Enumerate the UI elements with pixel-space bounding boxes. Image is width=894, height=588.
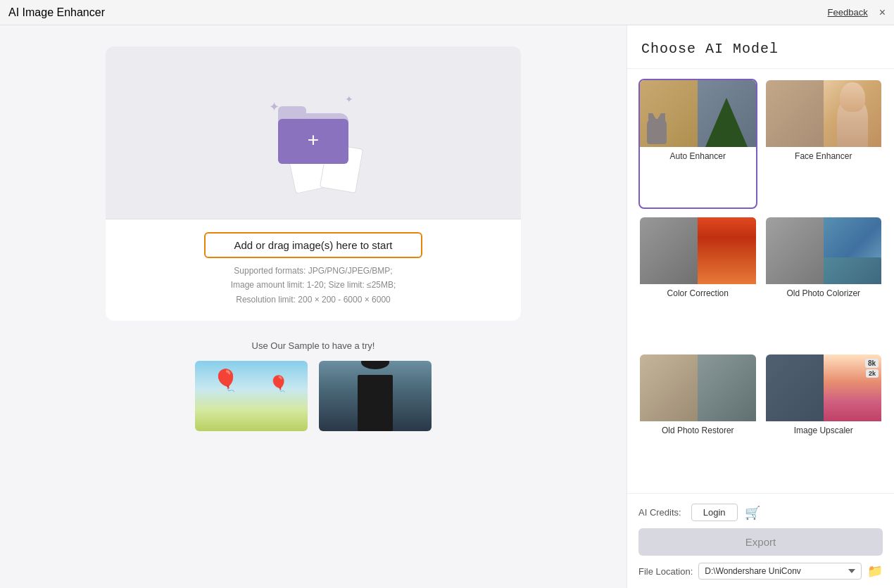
- folder-plus-icon: +: [308, 130, 319, 150]
- upscaler-thumb-split: 8k 2k: [766, 354, 882, 421]
- file-location-row: File Location: D:\Wondershare UniConv 📁: [638, 563, 883, 580]
- right-panel-header: Choose AI Model: [627, 25, 894, 69]
- choose-model-title: Choose AI Model: [641, 41, 880, 57]
- face-enhancer-label: Face Enhancer: [766, 147, 882, 165]
- main-layout: ✦ ✦ ✦ + Add or drag image(s) here to sta…: [0, 25, 894, 588]
- face-thumb-right: [824, 80, 881, 147]
- restorer-thumb-left: [640, 354, 698, 421]
- balloon-thumbnail: [195, 361, 308, 431]
- titlebar: AI Image Enhancer Feedback ×: [0, 0, 894, 25]
- model-card-image-upscaler[interactable]: 8k 2k Image Upscaler: [764, 353, 883, 483]
- dropzone-upper: ✦ ✦ ✦ +: [106, 46, 521, 219]
- person-thumbnail: [319, 361, 432, 431]
- sample-images: [195, 361, 432, 431]
- colorizer-thumb-split: [766, 217, 882, 284]
- drop-info-line1: Supported formats: JPG/PNG/JPEG/BMP;: [231, 264, 396, 278]
- car-silhouette: [824, 257, 881, 284]
- auto-enhancer-label: Auto Enhancer: [640, 147, 756, 165]
- left-panel: ✦ ✦ ✦ + Add or drag image(s) here to sta…: [0, 25, 627, 588]
- drop-label[interactable]: Add or drag image(s) here to start: [204, 232, 422, 258]
- login-button[interactable]: Login: [691, 504, 738, 521]
- color-correction-thumb-split: [640, 217, 756, 284]
- color-thumb-right: [698, 217, 755, 284]
- color-thumb-left: [640, 217, 698, 284]
- cart-icon[interactable]: 🛒: [745, 505, 760, 520]
- color-correction-thumbnail: [640, 217, 756, 284]
- folder-front-icon: +: [278, 119, 348, 164]
- restorer-thumb-split: [640, 354, 756, 421]
- model-card-old-photo-colorizer[interactable]: Old Photo Colorizer: [764, 216, 883, 346]
- credits-row: AI Credits: Login 🛒: [638, 504, 883, 521]
- credits-label: AI Credits:: [638, 507, 681, 518]
- dropzone-lower: Add or drag image(s) here to start Suppo…: [106, 219, 521, 321]
- face-head: [840, 82, 865, 112]
- person-silhouette-icon: [358, 375, 393, 431]
- titlebar-right: Feedback ×: [828, 7, 886, 18]
- dropzone[interactable]: ✦ ✦ ✦ + Add or drag image(s) here to sta…: [106, 46, 521, 321]
- auto-enhancer-thumb-left: [640, 80, 698, 147]
- feedback-link[interactable]: Feedback: [828, 7, 868, 18]
- sample-balloon-image[interactable]: [195, 361, 308, 431]
- face-enhancer-thumb-split: [766, 80, 882, 147]
- old-photo-colorizer-label: Old Photo Colorizer: [766, 284, 882, 302]
- close-button[interactable]: ×: [879, 7, 886, 18]
- image-upscaler-label: Image Upscaler: [766, 421, 882, 440]
- model-card-auto-enhancer[interactable]: Auto Enhancer: [638, 79, 757, 209]
- drop-info-line3: Resolution limit: 200 × 200 - 6000 × 600…: [231, 293, 396, 307]
- restorer-thumb-right: [698, 354, 755, 421]
- face-enhancer-thumbnail: [766, 80, 882, 147]
- upscaler-thumb-left: [766, 354, 824, 421]
- sample-section: Use Our Sample to have a try!: [14, 340, 612, 431]
- color-correction-label: Color Correction: [640, 284, 756, 302]
- sample-person-image[interactable]: [319, 361, 432, 431]
- export-button[interactable]: Export: [638, 528, 883, 556]
- drop-info-line2: Image amount limit: 1-20; Size limit: ≤2…: [231, 278, 396, 292]
- folder-icon: ✦ ✦ ✦ +: [267, 94, 359, 171]
- old-photo-colorizer-thumbnail: [766, 217, 882, 284]
- sparkle-icon: ✦: [345, 94, 353, 105]
- auto-enhancer-thumb-right: [698, 80, 755, 147]
- colorizer-thumb-right: [824, 217, 881, 284]
- face-thumb-left: [766, 80, 824, 147]
- file-location-label: File Location:: [638, 566, 693, 577]
- tree-icon: [705, 98, 748, 147]
- model-card-old-photo-restorer[interactable]: Old Photo Restorer: [638, 353, 757, 483]
- upscaler-2k-badge: 2k: [866, 369, 879, 378]
- app-title: AI Image Enhancer: [8, 6, 105, 19]
- model-grid: Auto Enhancer Face Enhancer: [627, 69, 894, 493]
- old-photo-restorer-thumbnail: [640, 354, 756, 421]
- model-card-face-enhancer[interactable]: Face Enhancer: [764, 79, 883, 209]
- auto-enhancer-thumbnail: [640, 80, 756, 147]
- sample-label: Use Our Sample to have a try!: [252, 340, 375, 351]
- right-panel: Choose AI Model Auto Enhancer: [627, 25, 894, 588]
- bottom-bar: AI Credits: Login 🛒 Export File Location…: [627, 493, 894, 588]
- upscaler-8k-badge: 8k: [865, 359, 879, 368]
- folder-open-button[interactable]: 📁: [867, 563, 883, 579]
- colorizer-thumb-left: [766, 217, 824, 284]
- file-path-select[interactable]: D:\Wondershare UniConv: [698, 563, 862, 580]
- image-upscaler-thumbnail: 8k 2k: [766, 354, 882, 421]
- upscaler-badge: 8k 2k: [865, 359, 879, 378]
- old-photo-restorer-label: Old Photo Restorer: [640, 421, 756, 440]
- cat-icon: [647, 119, 667, 144]
- auto-enhancer-thumb-split: [640, 80, 756, 147]
- drop-info: Supported formats: JPG/PNG/JPEG/BMP; Ima…: [231, 264, 396, 307]
- model-card-color-correction[interactable]: Color Correction: [638, 216, 757, 346]
